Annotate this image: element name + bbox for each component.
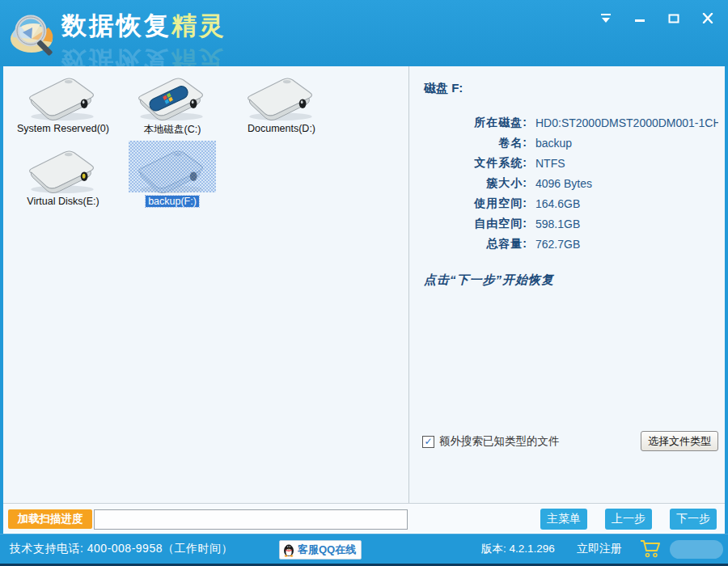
support-phone-text: 技术支持电话: 400-008-9958（工作时间） bbox=[10, 542, 233, 556]
property-row: 所在磁盘:HD0:ST2000DMST2000DM001-1CH1(1 bbox=[409, 112, 725, 133]
disk-details-panel: 磁盘 F: 所在磁盘:HD0:ST2000DMST2000DM001-1CH1(… bbox=[409, 66, 725, 503]
maximize-button[interactable] bbox=[665, 10, 683, 26]
register-now-link[interactable]: 立即注册 bbox=[577, 542, 622, 556]
property-row: 总容量:762.7GB bbox=[409, 234, 725, 254]
version-text: 版本: 4.2.1.296 bbox=[481, 542, 555, 556]
app-header: 数据恢复精灵 数据恢复精灵 bbox=[0, 0, 728, 66]
window-controls bbox=[597, 10, 717, 26]
drive-item-d[interactable]: Documents(D:) bbox=[226, 71, 336, 141]
drive-label: Documents(D:) bbox=[248, 123, 315, 134]
app-title-main: 数据恢复 bbox=[61, 11, 171, 40]
extra-search-label: 额外搜索已知类型的文件 bbox=[439, 434, 560, 449]
qq-penguin-icon bbox=[282, 543, 295, 557]
property-row: 卷名:backup bbox=[409, 133, 725, 153]
hard-drive-icon bbox=[20, 144, 104, 194]
disk-title: 磁盘 F: bbox=[424, 81, 463, 96]
scan-progress-bar bbox=[94, 509, 408, 530]
hard-drive-icon bbox=[20, 71, 104, 121]
property-row: 文件系统:NTFS bbox=[409, 153, 725, 173]
drive-item-f[interactable]: backup(F:) bbox=[117, 144, 227, 213]
hard-drive-icon-windows bbox=[129, 71, 214, 121]
extra-search-row: 额外搜索已知类型的文件 bbox=[422, 434, 560, 449]
load-scan-progress-button[interactable]: 加载扫描进度 bbox=[8, 509, 92, 529]
drive-label: backup(F:) bbox=[146, 196, 199, 207]
property-row: 自由空间:598.1GB bbox=[409, 213, 725, 234]
footer-bar: 技术支持电话: 400-008-9958（工作时间） 客服QQ在线 版本: 4.… bbox=[0, 534, 728, 564]
shopping-cart-icon[interactable] bbox=[637, 539, 662, 560]
drive-label: 本地磁盘(C:) bbox=[144, 123, 201, 137]
main-menu-button[interactable]: 主菜单 bbox=[540, 509, 587, 530]
property-row: 使用空间:164.6GB bbox=[409, 193, 725, 213]
close-button[interactable] bbox=[699, 10, 717, 26]
hard-drive-icon bbox=[239, 71, 323, 121]
footer-pill-button[interactable] bbox=[670, 540, 723, 559]
minimize-button[interactable] bbox=[631, 10, 649, 26]
qq-service-label: 客服QQ在线 bbox=[298, 543, 356, 557]
bottom-action-bar: 加载扫描进度 主菜单 上一步 下一步 bbox=[3, 504, 725, 534]
main-content: System Reserved(0) 本地磁盘(C:) Documents(D:… bbox=[3, 66, 725, 504]
property-row: 簇大小:4096 Bytes bbox=[409, 173, 725, 193]
app-title-accent: 精灵 bbox=[171, 11, 226, 40]
rollup-menu-button[interactable] bbox=[597, 10, 615, 26]
next-step-hint: 点击“下一步”开始恢复 bbox=[424, 272, 554, 288]
previous-step-button[interactable]: 上一步 bbox=[605, 509, 652, 530]
disk-properties: 所在磁盘:HD0:ST2000DMST2000DM001-1CH1(1 卷名:b… bbox=[409, 112, 725, 254]
drive-item-system-reserved[interactable]: System Reserved(0) bbox=[8, 71, 118, 141]
selection-hatch-overlay bbox=[129, 141, 216, 192]
next-step-button[interactable]: 下一步 bbox=[670, 509, 717, 530]
drive-label: Virtual Disks(E:) bbox=[27, 196, 99, 207]
drive-item-c[interactable]: 本地磁盘(C:) bbox=[117, 71, 227, 141]
drive-item-e[interactable]: Virtual Disks(E:) bbox=[8, 144, 118, 213]
select-file-types-button[interactable]: 选择文件类型 bbox=[641, 431, 718, 451]
qq-service-button[interactable]: 客服QQ在线 bbox=[279, 540, 362, 560]
drive-label: System Reserved(0) bbox=[17, 123, 109, 134]
app-logo-icon bbox=[5, 6, 60, 60]
extra-search-checkbox[interactable] bbox=[422, 436, 434, 448]
